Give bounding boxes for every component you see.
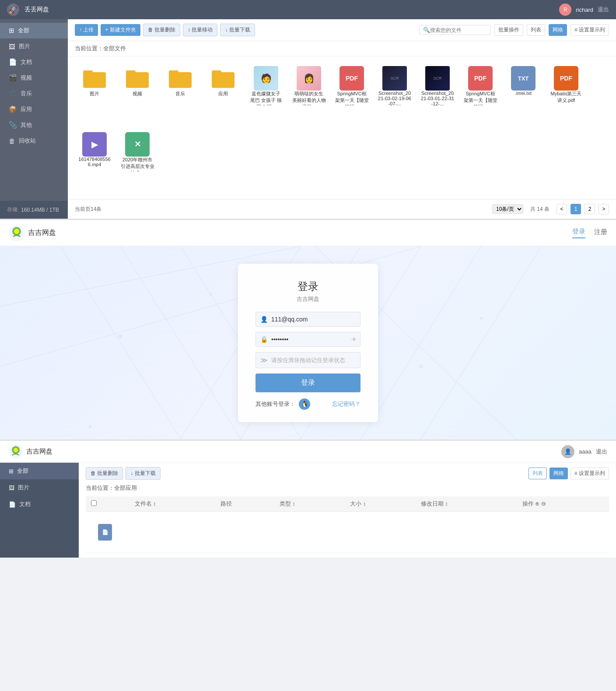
header3-logo-icon xyxy=(9,445,23,459)
file-item-folder-video[interactable]: 视频 xyxy=(118,63,157,126)
per-page-select[interactable]: 10条/页 20条/页 50条/页 xyxy=(492,204,523,214)
pagination-info: 当前页14条 xyxy=(75,206,102,213)
page-2-button[interactable]: 2 xyxy=(584,204,595,214)
file-name: 音乐 xyxy=(175,91,185,97)
svg-point-30 xyxy=(14,448,18,452)
file-name: 萌萌哒的女生 美丽好看的人物插画... xyxy=(292,91,326,105)
image-icon: 🖼 xyxy=(9,43,15,50)
file-item-pdf1[interactable]: PDF SpringMVC框架第一天【随堂笔记... xyxy=(332,63,371,126)
toolbar3-batch-delete-button[interactable]: 🗑 批量删除 xyxy=(86,467,123,480)
nav-register-tab[interactable]: 注册 xyxy=(594,228,607,238)
batch-download-button[interactable]: ↓ 批量下载 xyxy=(220,24,255,36)
forgot-password-link[interactable]: 忘记密码？ xyxy=(332,400,360,408)
sidebar1-item-music[interactable]: 🎵 音乐 xyxy=(0,86,68,101)
sidebar1-item-doc[interactable]: 📄 文档 xyxy=(0,54,68,70)
file-item-pdf2[interactable]: PDF SpringMVC框架第一天【随堂笔记... xyxy=(461,63,500,126)
toolbar3-list-view-button[interactable]: 列表 xyxy=(528,468,547,479)
col-size[interactable]: 大小 ↕ xyxy=(345,496,416,512)
file-item-pdf3[interactable]: PDF Mybatis第三天讲义.pdf xyxy=(546,63,586,126)
email-input-wrap: 👤 xyxy=(256,312,360,327)
qq-login-button[interactable]: 🐧 xyxy=(299,398,310,410)
file-item-img2[interactable]: 👩 萌萌哒的女生 美丽好看的人物插画... xyxy=(289,63,329,126)
sidebar1-item-trash[interactable]: 🗑 回收站 xyxy=(0,133,68,149)
file-item-img1[interactable]: 🧑 蓝色朦胧女子 尾巴 女孩子 猫耳 & 可... xyxy=(246,63,286,126)
login-body: 登录 吉吉网盘 👤 🔒 👁 ≫ 请按住滑块拖动记住登录状态 登录 其他账号登录：… xyxy=(0,246,616,440)
file-item-screenshot1[interactable]: SCR Screenshot_2021-03-02-19-06-07-... xyxy=(375,63,414,126)
svg-point-24 xyxy=(419,365,423,368)
file-name: 图片 xyxy=(90,91,99,97)
search-box[interactable]: 🔍 xyxy=(419,25,491,35)
email-input[interactable] xyxy=(271,316,356,323)
toolbar3-right: 列表 网格 ≡ 设置显示列 xyxy=(528,468,609,479)
doc-icon: 📄 xyxy=(9,501,16,508)
page-1-button[interactable]: 1 xyxy=(570,204,581,214)
header3-title: 吉吉网盘 xyxy=(26,447,52,456)
toolbar1: ↑ 上传 + 新建文件夹 🗑 批量删除 ↕ 批量移动 ↓ 批量下载 🔍 批量操作… xyxy=(68,19,616,41)
pdf-icon: PDF xyxy=(340,66,364,91)
col-name[interactable]: 文件名 ↕ xyxy=(130,496,216,512)
login-subtitle: 吉吉网盘 xyxy=(256,295,360,303)
storage-label: 存储 xyxy=(7,206,18,213)
breadcrumb3: 当前位置：全部应用 xyxy=(86,484,609,492)
toolbar3-grid-view-button[interactable]: 网格 xyxy=(550,468,568,479)
file-item-zip[interactable]: ✕ 2020年赣州市引进高层次专业技术... xyxy=(118,129,157,192)
header1-logout-button[interactable]: 退出 xyxy=(598,6,609,14)
file-item-screenshot2[interactable]: SCR Screenshot_2021-03-01-22-31-12-... xyxy=(418,63,457,126)
search-input[interactable] xyxy=(430,27,487,33)
sidebar1-item-app[interactable]: 📦 应用 xyxy=(0,101,68,117)
sidebar3-item-all[interactable]: ⊞ 全部 xyxy=(0,463,79,479)
search-icon: 🔍 xyxy=(423,27,430,33)
password-input[interactable] xyxy=(271,336,348,343)
main1: ↑ 上传 + 新建文件夹 🗑 批量删除 ↕ 批量移动 ↓ 批量下载 🔍 批量操作… xyxy=(68,19,616,219)
list-view-button[interactable]: 列表 xyxy=(527,24,545,36)
col-type[interactable]: 类型 ↕ xyxy=(274,496,345,512)
sidebar1-item-app-label: 应用 xyxy=(21,105,32,113)
txt-icon: TXT xyxy=(511,66,536,91)
login-submit-button[interactable]: 登录 xyxy=(256,373,360,392)
page-next-button[interactable]: > xyxy=(598,204,609,214)
new-folder-button[interactable]: + 新建文件夹 xyxy=(101,24,140,36)
lock-icon: 🔒 xyxy=(260,336,268,343)
svg-point-23 xyxy=(210,293,212,296)
sidebar1-item-music-label: 音乐 xyxy=(21,90,32,98)
file-item-folder-image[interactable]: 图片 xyxy=(75,63,114,126)
toolbar3: 🗑 批量删除 ↓ 批量下载 列表 网格 ≡ 设置显示列 xyxy=(86,467,609,480)
upload-button[interactable]: ↑ 上传 xyxy=(75,24,98,36)
user-icon: 👤 xyxy=(260,316,268,323)
sidebar3-item-doc-label: 文档 xyxy=(19,500,31,508)
file-item-mp4[interactable]: ▶ 1614784085566.mp4 xyxy=(75,129,114,192)
header3-logout-button[interactable]: 退出 xyxy=(596,448,607,456)
sidebar1-item-all[interactable]: ⊞ 全部 xyxy=(0,23,68,38)
sidebar1-item-image[interactable]: 🖼 图片 xyxy=(0,38,68,54)
svg-point-25 xyxy=(480,317,483,320)
sidebar1-item-other[interactable]: 📎 其他 xyxy=(0,117,68,133)
screenshot-thumbnail: SCR xyxy=(382,66,407,91)
toolbar3-batch-download-button[interactable]: ↓ 批量下载 xyxy=(126,467,160,480)
file-item-folder-app[interactable]: 应用 xyxy=(203,63,243,126)
all-icon: ⊞ xyxy=(9,27,14,35)
col-date[interactable]: 修改日期 ↕ xyxy=(416,496,517,512)
col-path[interactable]: 路径 xyxy=(215,496,274,512)
display-settings-button[interactable]: ≡ 设置显示列 xyxy=(570,24,609,36)
login-title: 登录 xyxy=(256,279,360,293)
image-icon: 🖼 xyxy=(9,485,14,491)
batch-move-button[interactable]: ↕ 批量移动 xyxy=(183,24,217,36)
page-prev-button[interactable]: < xyxy=(556,204,567,214)
batch-delete-button[interactable]: 🗑 批量删除 xyxy=(143,24,180,36)
header1-avatar: R xyxy=(559,3,571,16)
screenshot-thumbnail: SCR xyxy=(425,66,450,91)
nav-login-tab[interactable]: 登录 xyxy=(572,227,585,238)
slider-wrap[interactable]: ≫ 请按住滑块拖动记住登录状态 xyxy=(256,352,360,368)
eye-icon[interactable]: 👁 xyxy=(351,336,357,343)
other-icon: 📎 xyxy=(9,121,17,129)
batch-op-button[interactable]: 批量操作 xyxy=(494,24,523,36)
grid-view-button[interactable]: 网格 xyxy=(549,24,567,36)
sidebar3-item-doc[interactable]: 📄 文档 xyxy=(0,496,79,513)
toolbar3-display-settings-button[interactable]: ≡ 设置显示列 xyxy=(570,468,609,479)
sidebar3-item-image[interactable]: 🖼 图片 xyxy=(0,479,79,496)
sidebar1-item-other-label: 其他 xyxy=(21,121,32,129)
file-item-txt[interactable]: TXT .imei.txt xyxy=(504,63,543,126)
select-all-checkbox[interactable] xyxy=(91,500,97,506)
sidebar1-item-video[interactable]: 🎬 视频 xyxy=(0,70,68,86)
file-item-folder-music[interactable]: 音乐 xyxy=(161,63,200,126)
